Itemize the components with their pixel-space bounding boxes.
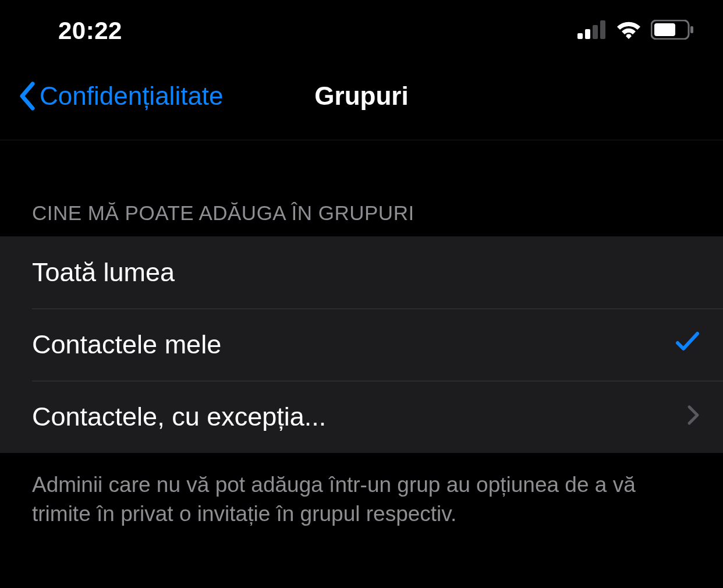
status-bar: 20:22 xyxy=(0,0,723,58)
page-title: Grupuri xyxy=(314,82,408,111)
wifi-icon xyxy=(615,20,643,42)
section-footer: Adminii care nu vă pot adăuga într-un gr… xyxy=(0,453,723,546)
option-label: Contactele mele xyxy=(32,330,221,360)
svg-rect-5 xyxy=(654,23,675,36)
back-label: Confidențialitate xyxy=(40,82,224,111)
status-icons xyxy=(577,20,694,42)
svg-rect-1 xyxy=(585,29,590,39)
svg-rect-2 xyxy=(593,25,598,39)
svg-rect-0 xyxy=(577,33,583,39)
option-label: Toată lumea xyxy=(32,257,175,288)
battery-icon xyxy=(651,20,694,42)
option-my-contacts[interactable]: Contactele mele xyxy=(0,309,723,381)
options-list: Toată lumea Contactele mele Contactele, … xyxy=(0,236,723,453)
back-button[interactable]: Confidențialitate xyxy=(17,82,224,111)
svg-rect-3 xyxy=(600,20,605,39)
cellular-signal-icon xyxy=(577,20,607,41)
chevron-right-icon xyxy=(687,402,700,432)
checkmark-icon xyxy=(675,330,700,360)
status-time: 20:22 xyxy=(58,17,122,45)
section-header: CINE MĂ POATE ADĂUGA ÎN GRUPURI xyxy=(0,140,723,236)
chevron-left-icon xyxy=(17,82,36,111)
navigation-bar: Confidențialitate Grupuri xyxy=(0,58,723,140)
svg-rect-6 xyxy=(690,26,693,33)
option-contacts-except[interactable]: Contactele, cu excepția... xyxy=(0,381,723,453)
option-everyone[interactable]: Toată lumea xyxy=(0,236,723,309)
option-label: Contactele, cu excepția... xyxy=(32,402,326,432)
